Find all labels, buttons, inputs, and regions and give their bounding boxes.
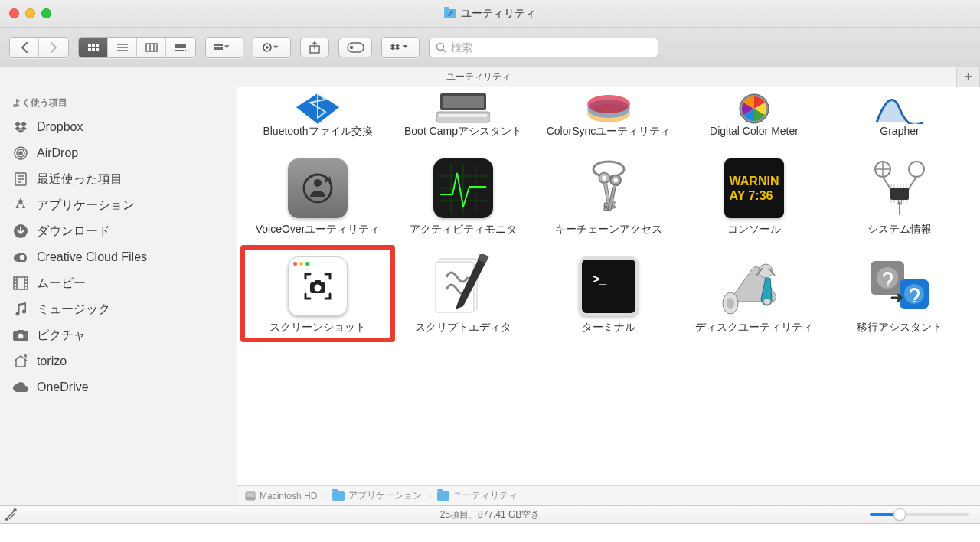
svg-point-96	[315, 285, 322, 292]
svg-point-57	[587, 95, 630, 113]
dropbox-menu[interactable]	[381, 37, 420, 58]
svg-point-59	[304, 175, 332, 202]
sidebar-item-applications[interactable]: アプリケーション	[0, 192, 237, 218]
sidebar-item-label: ダウンロード	[37, 224, 110, 240]
status-bar: 25項目、877.41 GB空き	[0, 505, 980, 524]
app-digital-color-meter[interactable]: Digital Color Meter	[681, 87, 827, 141]
nav-buttons	[9, 37, 69, 58]
app-icon	[281, 155, 354, 222]
svg-rect-92	[903, 200, 904, 203]
back-button[interactable]	[10, 38, 39, 57]
svg-point-26	[351, 46, 353, 48]
sidebar-item-creative-cloud[interactable]: Creative Cloud Files	[0, 244, 237, 270]
app-icon: >_	[572, 253, 645, 320]
new-tab-button[interactable]: +	[957, 67, 980, 87]
svg-rect-87	[906, 184, 907, 188]
app-label: システム情報	[866, 222, 933, 236]
app-screenshot[interactable]: スクリーンショット	[240, 245, 395, 341]
music-icon	[12, 301, 29, 318]
console-text: WARNIN	[730, 175, 779, 188]
app-disk-utility[interactable]: ディスクユーティリティ	[681, 250, 827, 337]
svg-rect-54	[439, 114, 487, 117]
app-migration-assistant[interactable]: 移行アシスタント	[827, 250, 972, 337]
app-icon	[863, 90, 936, 124]
svg-rect-17	[214, 44, 217, 46]
path-crumb-applications[interactable]: アプリケーション	[332, 489, 422, 502]
sidebar-item-recents[interactable]: 最近使った項目	[0, 166, 237, 192]
path-crumb-utilities[interactable]: ユーティリティ	[437, 489, 518, 502]
sidebar-item-downloads[interactable]: ダウンロード	[0, 218, 237, 244]
svg-line-112	[9, 513, 15, 519]
app-voiceover-utility[interactable]: VoiceOverユーティリティ	[245, 152, 390, 239]
sidebar-item-airdrop[interactable]: AirDrop	[0, 140, 237, 166]
path-label: アプリケーション	[348, 489, 422, 502]
forward-button[interactable]	[39, 38, 68, 57]
svg-point-31	[19, 152, 22, 155]
sidebar-item-onedrive[interactable]: OneDrive	[0, 374, 237, 400]
app-label: Digital Color Meter	[708, 124, 800, 138]
svg-rect-52	[443, 96, 484, 108]
downloads-icon	[12, 223, 29, 240]
path-label: Macintosh HD	[260, 491, 317, 501]
sidebar-item-dropbox[interactable]: Dropbox	[0, 114, 237, 140]
path-crumb-disk[interactable]: Macintosh HD	[245, 491, 317, 501]
app-terminal[interactable]: >_ ターミナル	[536, 250, 681, 337]
console-text: AY 7:36	[730, 189, 773, 202]
sidebar-item-label: ミュージック	[37, 302, 110, 318]
svg-rect-18	[217, 44, 220, 46]
cloud-icon	[12, 379, 29, 396]
app-activity-monitor[interactable]: アクティビティモニタ	[390, 152, 536, 239]
folder-icon	[444, 9, 456, 18]
status-settings-icon[interactable]	[0, 508, 21, 521]
app-system-information[interactable]: システム情報	[827, 152, 972, 239]
path-label: ユーティリティ	[453, 489, 518, 502]
column-view-button[interactable]	[137, 38, 166, 57]
group-menu[interactable]	[205, 37, 243, 58]
folder-icon	[332, 491, 345, 501]
icon-view-button[interactable]	[79, 38, 108, 57]
tab-label: ユーティリティ	[446, 70, 511, 83]
list-view-button[interactable]	[108, 38, 137, 57]
app-bluetooth-file-exchange[interactable]: Bluetoothファイル交換	[245, 87, 390, 141]
creative-cloud-icon	[12, 249, 29, 266]
zoom-button[interactable]	[41, 8, 51, 18]
tag-button[interactable]	[338, 38, 372, 57]
gallery-view-button[interactable]	[166, 38, 195, 57]
path-separator: ›	[320, 491, 329, 501]
sidebar-item-music[interactable]: ミュージック	[0, 296, 237, 322]
svg-rect-9	[146, 44, 157, 51]
svg-rect-20	[214, 47, 217, 50]
app-keychain-access[interactable]: キーチェーンアクセス	[536, 152, 681, 239]
app-grapher[interactable]: Grapher	[827, 87, 972, 141]
app-icon	[426, 90, 500, 124]
app-label: Bluetoothファイル交換	[261, 124, 374, 138]
status-text: 25項目、877.41 GB空き	[440, 508, 541, 521]
svg-rect-110	[246, 497, 255, 500]
app-script-editor[interactable]: スクリプトエディタ	[390, 250, 536, 337]
minimize-button[interactable]	[25, 8, 35, 18]
tab-utilities[interactable]: ユーティリティ	[0, 67, 957, 87]
svg-rect-77	[604, 207, 609, 211]
svg-point-79	[909, 162, 924, 177]
app-bootcamp-assistant[interactable]: Boot Campアシスタント	[390, 87, 536, 141]
svg-point-102	[727, 298, 734, 309]
app-console[interactable]: WARNIN AY 7:36 コンソール	[681, 152, 827, 239]
app-icon: WARNIN AY 7:36	[717, 155, 791, 222]
svg-rect-85	[900, 184, 901, 188]
close-button[interactable]	[9, 8, 19, 18]
icon-size-slider[interactable]	[870, 513, 969, 516]
sidebar-item-label: OneDrive	[37, 380, 89, 394]
search-input[interactable]	[451, 41, 652, 54]
movies-icon	[12, 275, 29, 292]
action-menu[interactable]	[253, 37, 291, 58]
search-field[interactable]	[429, 38, 658, 57]
svg-text:>_: >_	[593, 273, 607, 286]
sidebar-item-pictures[interactable]: ピクチャ	[0, 322, 237, 348]
svg-rect-83	[893, 184, 895, 188]
sidebar-item-label: Dropbox	[37, 120, 83, 134]
sidebar-item-movies[interactable]: ムービー	[0, 270, 237, 296]
sidebar-item-home[interactable]: torizo	[0, 348, 237, 374]
app-colorsync-utility[interactable]: ColorSyncユーティリティ	[536, 87, 681, 141]
share-button[interactable]	[300, 38, 329, 57]
svg-rect-12	[175, 44, 186, 48]
